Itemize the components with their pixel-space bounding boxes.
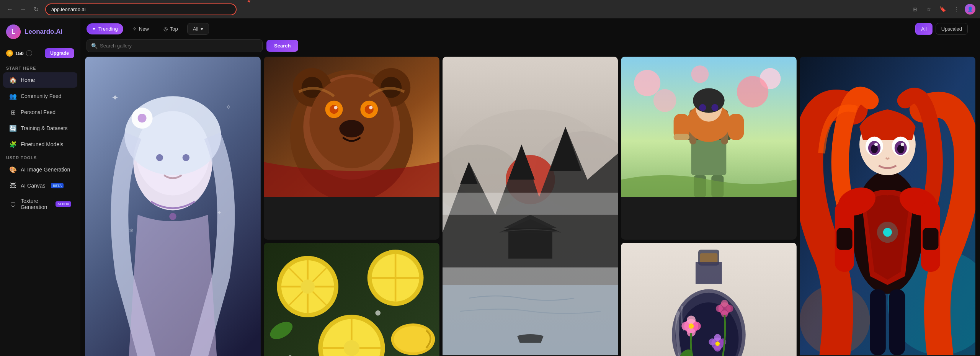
sidebar-item-finetuned-label: Finetuned Models	[21, 141, 63, 147]
alpha-badge: ALPHA	[56, 201, 71, 207]
browser-nav-buttons: ← → ↻	[5, 4, 41, 15]
gallery-item-2[interactable]	[264, 57, 439, 240]
token-count: 150	[15, 51, 24, 56]
address-bar[interactable]	[45, 3, 237, 15]
brand-avatar: L	[6, 24, 21, 39]
svg-text:L: L	[12, 28, 15, 35]
sidebar-item-home-label: Home	[21, 77, 35, 83]
gallery-item-6[interactable]	[264, 243, 439, 356]
refresh-button[interactable]: ↻	[31, 4, 41, 15]
home-icon: 🏠	[9, 76, 17, 84]
all-view-button[interactable]: All	[915, 23, 932, 35]
action-btn-7-expand[interactable]: ↗	[782, 246, 794, 257]
action-btn-remix[interactable]: ⊞	[576, 60, 587, 71]
sidebar-item-texture-label: Texture Generation	[21, 198, 50, 210]
new-button[interactable]: ✧ New	[127, 23, 154, 34]
chevron-down-icon: ▾	[201, 26, 203, 32]
sidebar-item-texture[interactable]: ⬡ Texture Generation ALPHA	[3, 194, 77, 214]
extensions-button[interactable]: ⊞	[910, 4, 920, 15]
user-tools-label: User Tools	[0, 152, 80, 162]
action-btn-upscale[interactable]: ⤢	[590, 60, 601, 71]
top-toolbar: ✦ Trending ✧ New ◎ Top All ▾ All Upscale…	[80, 18, 980, 39]
gallery-item-4[interactable]	[621, 57, 797, 240]
search-bar-row: 🔍 Search	[80, 39, 980, 57]
trending-button[interactable]: ✦ Trending	[87, 23, 123, 34]
brand-name: Leonardo.Ai	[24, 28, 62, 36]
gallery-item-1[interactable]: ✦ ✧ ❄ ✦	[85, 57, 261, 356]
main-content: ✦ Trending ✧ New ◎ Top All ▾ All Upscale…	[80, 18, 980, 356]
info-icon[interactable]: i	[26, 50, 32, 56]
app-layout: L Leonardo.Ai 🪙 150 i Upgrade Start Here…	[0, 18, 980, 356]
browser-chrome: ← → ↻ ➘ ⊞ ☆ 🔖 ⋮ 👤	[0, 0, 980, 18]
top-button[interactable]: ◎ Top	[158, 23, 183, 34]
sidebar-brand: L Leonardo.Ai	[0, 24, 80, 45]
community-icon: 👥	[9, 92, 17, 100]
sidebar-item-ai-image[interactable]: 🎨 AI Image Generation	[3, 162, 77, 177]
sidebar-item-ai-canvas[interactable]: 🖼 AI Canvas BETA	[3, 178, 77, 193]
sidebar-tokens-row: 🪙 150 i Upgrade	[0, 45, 80, 63]
search-button[interactable]: Search	[266, 40, 298, 52]
top-icon: ◎	[163, 26, 168, 32]
gallery-item-3[interactable]: ⊞ ⤢ ↗	[443, 57, 618, 356]
gallery-item-5[interactable]	[800, 57, 975, 356]
trending-icon: ✦	[92, 26, 96, 32]
sidebar-item-finetuned[interactable]: 🧩 Finetuned Models	[3, 137, 77, 152]
sidebar-item-community[interactable]: 👥 Community Feed	[3, 88, 77, 104]
beta-badge: BETA	[51, 183, 64, 188]
new-icon: ✧	[132, 26, 137, 32]
address-bar-container: ➘	[45, 3, 237, 15]
sidebar: L Leonardo.Ai 🪙 150 i Upgrade Start Here…	[0, 18, 80, 356]
sidebar-item-training[interactable]: 🔄 Training & Datasets	[3, 121, 77, 136]
search-input[interactable]	[87, 39, 263, 52]
sidebar-item-home[interactable]: 🏠 Home	[3, 72, 77, 88]
ai-canvas-icon: 🖼	[9, 182, 17, 189]
back-button[interactable]: ←	[5, 4, 15, 15]
sidebar-item-training-label: Training & Datasets	[21, 125, 67, 131]
menu-button[interactable]: ⋮	[951, 4, 962, 15]
gallery-area: ✦ ✧ ❄ ✦	[80, 57, 980, 356]
browser-user-avatar: 👤	[965, 4, 975, 15]
action-btn-7-edit[interactable]: ✎	[768, 246, 780, 257]
forward-button[interactable]: →	[18, 4, 28, 15]
filter-dropdown[interactable]: All ▾	[187, 23, 209, 35]
sidebar-item-ai-canvas-label: AI Canvas	[21, 183, 46, 189]
sidebar-item-personal-label: Personal Feed	[21, 109, 56, 115]
upscaled-view-button[interactable]: Upscaled	[936, 23, 968, 35]
gallery-item-7[interactable]: ✎ ↗	[621, 243, 797, 356]
bookmark-button[interactable]: 🔖	[937, 4, 948, 15]
action-btn-expand[interactable]: ↗	[603, 60, 615, 71]
search-input-wrap: 🔍	[87, 39, 263, 52]
annotation-arrow: ➘	[244, 0, 253, 5]
texture-icon: ⬡	[9, 200, 17, 208]
training-icon: 🔄	[9, 124, 17, 132]
sidebar-item-personal[interactable]: ⊞ Personal Feed	[3, 105, 77, 120]
star-button[interactable]: ☆	[923, 4, 934, 15]
sidebar-item-ai-image-label: AI Image Generation	[21, 167, 70, 173]
personal-icon: ⊞	[9, 108, 17, 116]
browser-actions: ⊞ ☆ 🔖 ⋮ 👤	[910, 4, 975, 15]
search-icon: 🔍	[91, 43, 98, 49]
sidebar-item-community-label: Community Feed	[21, 93, 62, 99]
gallery-grid: ✦ ✧ ❄ ✦	[85, 57, 975, 356]
ai-image-icon: 🎨	[9, 166, 17, 173]
finetuned-icon: 🧩	[9, 140, 17, 148]
right-toolbar: All Upscaled	[915, 23, 974, 35]
start-here-label: Start Here	[0, 63, 80, 72]
upgrade-button[interactable]: Upgrade	[45, 48, 74, 58]
token-icon: 🪙	[6, 50, 13, 57]
